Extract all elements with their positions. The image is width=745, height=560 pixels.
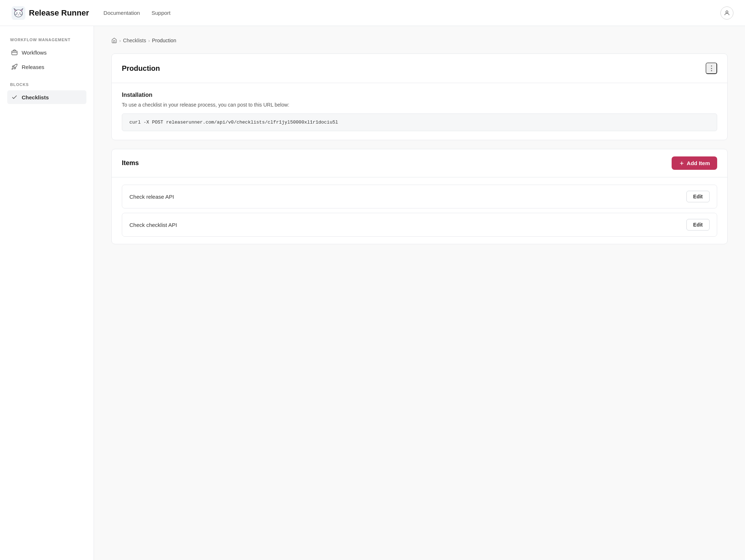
table-row: Check release API Edit bbox=[122, 185, 717, 208]
nav-documentation[interactable]: Documentation bbox=[103, 10, 140, 16]
sidebar: WORKFLOW MANAGEMENT Workflows bbox=[0, 26, 94, 560]
breadcrumb-sep-2: › bbox=[148, 38, 150, 43]
breadcrumb-home[interactable] bbox=[111, 38, 117, 43]
page-layout: WORKFLOW MANAGEMENT Workflows bbox=[0, 26, 745, 560]
header-nav: Documentation Support bbox=[103, 10, 720, 16]
sidebar-releases-label: Releases bbox=[22, 64, 44, 70]
items-title: Items bbox=[122, 159, 139, 167]
plus-icon bbox=[679, 160, 685, 166]
item-label-1: Check release API bbox=[129, 194, 174, 200]
svg-point-13 bbox=[726, 11, 728, 13]
sidebar-item-workflows[interactable]: Workflows bbox=[7, 46, 86, 59]
app-name: Release Runner bbox=[29, 8, 89, 18]
production-card: Production ⋮ Installation To use a check… bbox=[111, 53, 728, 140]
production-title: Production bbox=[122, 64, 160, 73]
nav-support[interactable]: Support bbox=[151, 10, 171, 16]
svg-line-10 bbox=[15, 14, 17, 15]
add-item-label: Add Item bbox=[687, 160, 710, 166]
svg-point-8 bbox=[18, 14, 19, 14]
sidebar-item-releases[interactable]: Releases bbox=[7, 60, 86, 74]
items-list: Check release API Edit Check checklist A… bbox=[112, 177, 727, 244]
svg-line-12 bbox=[20, 14, 22, 15]
user-avatar[interactable] bbox=[720, 7, 733, 20]
main-content: › Checklists › Production Production ⋮ I… bbox=[94, 26, 745, 560]
breadcrumb-sep-1: › bbox=[119, 38, 121, 43]
items-card: Items Add Item Check release API Edit Ch… bbox=[111, 149, 728, 244]
sidebar-item-checklists[interactable]: Checklists bbox=[7, 90, 86, 104]
logo-icon bbox=[12, 6, 25, 20]
breadcrumb-current: Production bbox=[152, 38, 176, 43]
production-card-header: Production ⋮ bbox=[112, 54, 727, 83]
check-icon bbox=[11, 94, 18, 101]
breadcrumb: › Checklists › Production bbox=[111, 38, 728, 43]
briefcase-icon bbox=[11, 49, 18, 56]
installation-code[interactable]: curl -X POST releaserunner.com/api/v0/ch… bbox=[122, 113, 717, 131]
edit-button-2[interactable]: Edit bbox=[686, 219, 710, 231]
table-row: Check checklist API Edit bbox=[122, 213, 717, 237]
breadcrumb-checklists[interactable]: Checklists bbox=[123, 38, 146, 43]
svg-point-7 bbox=[20, 12, 21, 13]
sidebar-workflows-label: Workflows bbox=[22, 49, 47, 56]
installation-description: To use a checklist in your release proce… bbox=[122, 102, 717, 108]
svg-rect-14 bbox=[12, 51, 17, 55]
edit-button-1[interactable]: Edit bbox=[686, 191, 710, 202]
svg-line-11 bbox=[20, 14, 22, 14]
installation-section: Installation To use a checklist in your … bbox=[112, 83, 727, 140]
add-item-button[interactable]: Add Item bbox=[672, 156, 717, 170]
app-logo[interactable]: Release Runner bbox=[12, 6, 89, 20]
rocket-icon bbox=[11, 63, 18, 70]
svg-point-6 bbox=[17, 12, 18, 13]
user-icon bbox=[724, 10, 730, 16]
app-header: Release Runner Documentation Support bbox=[0, 0, 745, 26]
item-label-2: Check checklist API bbox=[129, 222, 177, 228]
workflow-section-label: WORKFLOW MANAGEMENT bbox=[7, 38, 86, 42]
svg-line-9 bbox=[15, 14, 17, 14]
items-card-header: Items Add Item bbox=[112, 149, 727, 177]
blocks-section-label: BLOCKS bbox=[7, 82, 86, 87]
home-icon bbox=[111, 38, 117, 43]
sidebar-checklists-label: Checklists bbox=[22, 94, 49, 100]
installation-title: Installation bbox=[122, 92, 717, 98]
more-options-button[interactable]: ⋮ bbox=[706, 63, 717, 74]
